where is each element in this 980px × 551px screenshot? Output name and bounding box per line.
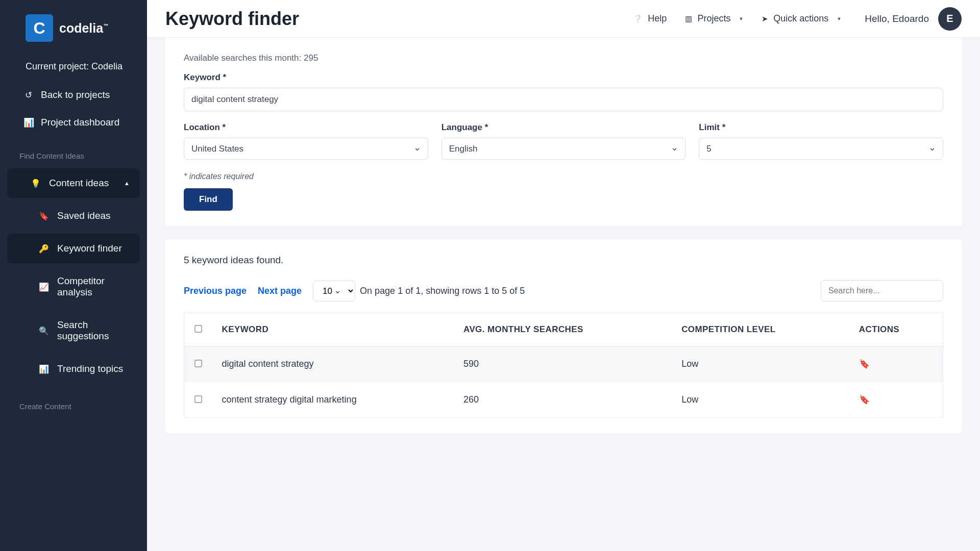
col-avg: AVG. MONTHLY SEARCHES — [454, 313, 672, 346]
dashboard-icon: 📊 — [23, 117, 34, 128]
search-icon: 🔍 — [39, 326, 49, 336]
section-find-ideas: Find Content Ideas — [0, 136, 147, 165]
undo-icon: ↺ — [23, 90, 34, 101]
quick-actions-label: Quick actions — [773, 13, 828, 24]
table-row: digital content strategy 590 Low 🔖 — [184, 346, 943, 382]
project-dashboard-link[interactable]: 📊 Project dashboard — [0, 109, 147, 136]
help-label: Help — [648, 13, 667, 24]
nav-trending-label: Trending topics — [57, 363, 123, 374]
page-size-select[interactable]: 10 — [313, 281, 355, 302]
keyword-input[interactable] — [184, 88, 943, 111]
lightbulb-icon: 💡 — [31, 179, 41, 188]
cell-avg: 260 — [454, 382, 672, 418]
page-info: On page 1 of 1, showing rows 1 to 5 of 5 — [360, 286, 525, 296]
greeting: Hello, Edoardo — [865, 13, 929, 24]
col-keyword: KEYWORD — [213, 313, 454, 346]
cell-keyword: content strategy digital marketing — [213, 382, 454, 418]
cell-keyword: digital content strategy — [213, 346, 454, 382]
project-dashboard-label: Project dashboard — [41, 117, 119, 128]
row-checkbox[interactable] — [195, 360, 202, 367]
select-all-checkbox[interactable] — [195, 325, 202, 332]
caret-up-icon: ▲ — [124, 180, 130, 186]
cell-competition: Low — [672, 346, 850, 382]
results-search-input[interactable] — [821, 280, 943, 302]
find-button[interactable]: Find — [184, 188, 233, 211]
bookmark-icon[interactable]: 🔖 — [859, 359, 870, 369]
nav-saved-ideas-label: Saved ideas — [57, 210, 111, 221]
nav-keyword-finder-label: Keyword finder — [57, 243, 122, 254]
search-form-card: Available searches this month: 295 Keywo… — [165, 38, 962, 226]
results-card: 5 keyword ideas found. Previous page Nex… — [165, 239, 962, 433]
chevron-down-icon: ▼ — [739, 16, 743, 21]
logo-text: codelia™ — [59, 21, 108, 36]
bookmark-icon: 🔖 — [39, 211, 49, 221]
limit-select[interactable]: 5 — [699, 138, 943, 160]
nav-keyword-finder[interactable]: 🔑 Keyword finder — [7, 234, 140, 263]
table-row: content strategy digital marketing 260 L… — [184, 382, 943, 418]
section-create-content: Create Content — [0, 387, 147, 416]
nav-saved-ideas[interactable]: 🔖 Saved ideas — [7, 201, 140, 231]
nav-content-ideas[interactable]: 💡 Content ideas ▲ — [7, 168, 140, 198]
chart-icon: 📈 — [39, 282, 49, 292]
sitemap-icon: ▥ — [685, 14, 692, 23]
location-label: Location * — [184, 122, 428, 133]
bars-icon: 📊 — [39, 364, 49, 374]
back-to-projects-link[interactable]: ↺ Back to projects — [0, 81, 147, 109]
quick-actions-menu[interactable]: ➤ Quick actions ▼ — [762, 13, 841, 24]
page-title: Keyword finder — [165, 8, 299, 30]
row-checkbox[interactable] — [195, 395, 202, 403]
results-count: 5 keyword ideas found. — [184, 255, 943, 266]
back-to-projects-label: Back to projects — [41, 89, 110, 101]
language-label: Language * — [442, 122, 686, 133]
nav-content-ideas-label: Content ideas — [49, 178, 109, 189]
logo[interactable]: C codelia™ — [0, 14, 147, 52]
current-project: Current project: Codelia — [0, 52, 147, 81]
available-searches: Available searches this month: 295 — [184, 53, 943, 63]
avatar[interactable]: E — [938, 7, 962, 31]
cell-competition: Low — [672, 382, 850, 418]
logo-mark: C — [26, 14, 53, 42]
bookmark-icon[interactable]: 🔖 — [859, 395, 870, 405]
projects-label: Projects — [697, 13, 730, 24]
help-icon: ❔ — [633, 14, 643, 23]
chevron-down-icon: ▼ — [837, 16, 841, 21]
main-content: Keyword finder ❔ Help ▥ Projects ▼ ➤ Qui… — [147, 0, 980, 551]
next-page-link[interactable]: Next page — [258, 286, 302, 296]
projects-menu[interactable]: ▥ Projects ▼ — [685, 13, 743, 24]
cell-avg: 590 — [454, 346, 672, 382]
nav-search-suggestions[interactable]: 🔍 Search suggestions — [7, 310, 140, 351]
nav-competitor-analysis[interactable]: 📈 Competitor analysis — [7, 266, 140, 307]
col-competition: COMPETITION LEVEL — [672, 313, 850, 346]
col-actions: ACTIONS — [850, 313, 943, 346]
prev-page-link[interactable]: Previous page — [184, 286, 247, 296]
sidebar: C codelia™ Current project: Codelia ↺ Ba… — [0, 0, 147, 551]
results-table: KEYWORD AVG. MONTHLY SEARCHES COMPETITIO… — [184, 313, 943, 418]
nav-competitor-label: Competitor analysis — [57, 276, 130, 298]
nav-trending-topics[interactable]: 📊 Trending topics — [7, 354, 140, 384]
limit-label: Limit * — [699, 122, 943, 133]
keyword-label: Keyword * — [184, 72, 943, 83]
location-select[interactable]: United States — [184, 138, 428, 160]
required-note: * indicates required — [184, 172, 943, 181]
nav-suggestions-label: Search suggestions — [57, 319, 130, 342]
pagination: Previous page Next page 10 On page 1 of … — [184, 280, 943, 302]
key-icon: 🔑 — [39, 244, 49, 254]
topbar: Keyword finder ❔ Help ▥ Projects ▼ ➤ Qui… — [147, 0, 980, 38]
help-link[interactable]: ❔ Help — [633, 13, 667, 24]
cursor-icon: ➤ — [762, 14, 768, 23]
language-select[interactable]: English — [442, 138, 686, 160]
